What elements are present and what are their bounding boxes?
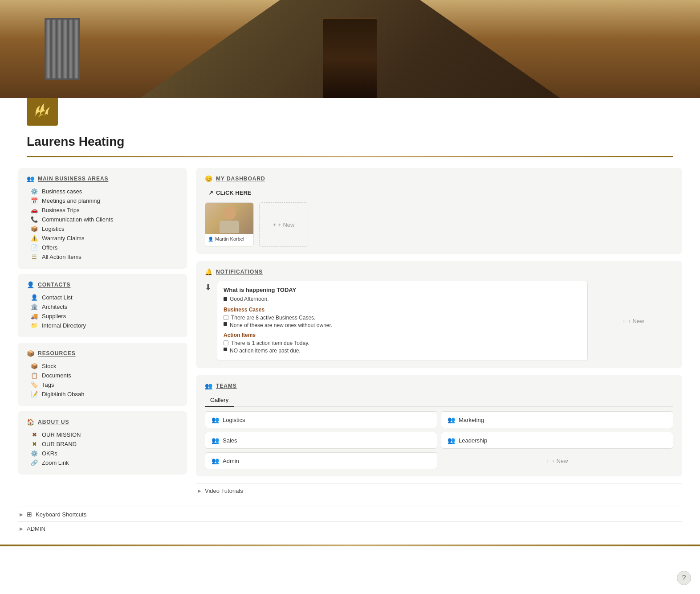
logo-svg bbox=[31, 99, 53, 121]
menu-item-architects[interactable]: 🏛️ Architects bbox=[27, 302, 178, 311]
admin-toggle[interactable]: ▶ ADMIN bbox=[18, 521, 682, 536]
about-us-title: ABOUT US bbox=[38, 419, 69, 425]
teams-tabs: Gallery bbox=[205, 395, 673, 407]
notifications-add-new-button[interactable]: + + New bbox=[593, 281, 673, 361]
menu-item-business-cases[interactable]: ⚙️ Business cases bbox=[27, 187, 178, 196]
keyboard-shortcuts-arrow: ▶ bbox=[20, 512, 23, 517]
logistics-icon: 📦 bbox=[30, 225, 38, 232]
logo-area bbox=[0, 98, 700, 131]
menu-item-logistics[interactable]: 📦 Logistics bbox=[27, 224, 178, 234]
suppliers-label: Suppliers bbox=[42, 313, 66, 320]
add-new-icon: + bbox=[273, 221, 277, 228]
team-sales-icon: 👥 bbox=[212, 437, 219, 444]
about-us-header: 🏠 ABOUT US bbox=[27, 418, 178, 426]
click-here-button[interactable]: ↗ CLiCK HERE bbox=[205, 188, 255, 198]
teams-add-label: + New bbox=[551, 458, 568, 464]
banner-right-wall bbox=[420, 0, 700, 98]
main-business-items: ⚙️ Business cases 📅 Meetings and plannin… bbox=[27, 187, 178, 262]
suppliers-icon: 🚚 bbox=[30, 313, 38, 320]
notifications-download-icon-area: ⬇ bbox=[205, 281, 212, 361]
menu-item-communication[interactable]: 📞 Communication with Clients bbox=[27, 215, 178, 224]
communication-icon: 📞 bbox=[30, 216, 38, 223]
team-admin-icon: 👥 bbox=[212, 457, 219, 464]
menu-item-action-items[interactable]: ☰ All Action Items bbox=[27, 252, 178, 262]
menu-item-suppliers[interactable]: 🚚 Suppliers bbox=[27, 311, 178, 321]
left-panel: 👥 MAIN BUSINESS AREAS ⚙️ Business cases … bbox=[18, 168, 187, 498]
menu-item-offers[interactable]: 📄 Offers bbox=[27, 243, 178, 252]
menu-item-our-mission[interactable]: ✖ OUR MISSION bbox=[27, 430, 178, 439]
tags-label: Tags bbox=[42, 381, 54, 388]
user-card-martin[interactable]: 👤 Martin Korbel bbox=[205, 202, 254, 247]
menu-item-digital-obsah[interactable]: 📝 Digitálnih Obsah bbox=[27, 389, 178, 399]
footer-section: ▶ ⊞ Keyboard Shortcuts ▶ ADMIN bbox=[18, 507, 682, 536]
teams-title: TEAMS bbox=[216, 383, 237, 389]
teams-header: 👥 TEAMS bbox=[205, 382, 673, 389]
team-marketing-icon: 👥 bbox=[448, 416, 455, 423]
video-tutorials-toggle[interactable]: ▶ Video Tutorials bbox=[196, 483, 682, 498]
action-items-item-2-text: NO action items are past due. bbox=[230, 348, 301, 354]
communication-label: Communication with Clients bbox=[42, 216, 113, 223]
teams-section: 👥 TEAMS Gallery 👥 Logistics 👥 Marketing … bbox=[196, 375, 682, 476]
menu-item-stock[interactable]: 📦 Stock bbox=[27, 361, 178, 371]
teams-grid: 👥 Logistics 👥 Marketing 👥 Sales 👥 Leader… bbox=[205, 411, 673, 469]
contacts-title: CONTACTS bbox=[38, 282, 70, 288]
digital-obsah-icon: 📝 bbox=[30, 391, 38, 397]
team-card-logistics[interactable]: 👥 Logistics bbox=[205, 411, 437, 428]
team-card-leadership[interactable]: 👥 Leadership bbox=[441, 432, 673, 449]
team-marketing-label: Marketing bbox=[459, 417, 484, 423]
today-label: What is happening TODAY bbox=[224, 287, 581, 293]
radiator-section bbox=[74, 20, 78, 78]
menu-item-warranty[interactable]: ⚠️ Warranty Claims bbox=[27, 234, 178, 243]
menu-item-zoom-link[interactable]: 🔗 Zoom Link bbox=[27, 458, 178, 467]
tab-gallery[interactable]: Gallery bbox=[205, 395, 234, 407]
internal-directory-icon: 📁 bbox=[30, 322, 38, 329]
banner-radiator bbox=[45, 18, 80, 80]
main-business-section: 👥 MAIN BUSINESS AREAS ⚙️ Business cases … bbox=[18, 168, 187, 269]
teams-add-new-button[interactable]: + + New bbox=[441, 452, 673, 469]
contact-list-label: Contact List bbox=[42, 294, 73, 301]
admin-label: ADMIN bbox=[27, 525, 45, 532]
about-us-items: ✖ OUR MISSION ✖ OUR BRAND ⚙️ OKRs 🔗 Zoom… bbox=[27, 430, 178, 467]
notifications-card: What is happening TODAY Good Afternoon. … bbox=[217, 281, 588, 361]
menu-item-meetings[interactable]: 📅 Meetings and planning bbox=[27, 196, 178, 205]
action-items-item-1: There is 1 action item due Today. bbox=[224, 340, 581, 346]
good-afternoon: Good Afternoon. bbox=[224, 296, 581, 302]
menu-item-contact-list[interactable]: 👤 Contact List bbox=[27, 293, 178, 302]
user-card-name: 👤 Martin Korbel bbox=[205, 234, 253, 244]
contacts-icon: 👤 bbox=[27, 281, 34, 288]
our-brand-label: OUR BRAND bbox=[42, 441, 77, 447]
dashboard-title: MY DASHBOARD bbox=[216, 176, 265, 182]
teams-icon: 👥 bbox=[205, 382, 212, 389]
resources-title: RESOURCES bbox=[38, 350, 76, 356]
user-avatar-icon: 👤 bbox=[208, 237, 213, 242]
contacts-items: 👤 Contact List 🏛️ Architects 🚚 Suppliers… bbox=[27, 293, 178, 330]
business-cases-item-1: There are 8 active Business Cases. bbox=[224, 315, 581, 321]
menu-item-okrs[interactable]: ⚙️ OKRs bbox=[27, 449, 178, 458]
meetings-icon: 📅 bbox=[30, 197, 38, 204]
team-logistics-label: Logistics bbox=[223, 417, 245, 423]
good-afternoon-text: Good Afternoon. bbox=[230, 296, 269, 302]
menu-item-documents[interactable]: ⊞ ⋮ 📋 Documents bbox=[27, 371, 178, 380]
black-square-4 bbox=[224, 348, 227, 351]
page-title: Laurens Heating bbox=[27, 135, 673, 149]
user-gallery: 👤 Martin Korbel + + New bbox=[205, 202, 673, 247]
team-logistics-icon: 👥 bbox=[212, 416, 219, 423]
resources-header: 📦 RESOURCES bbox=[27, 350, 178, 357]
add-new-user-button[interactable]: + + New bbox=[259, 202, 308, 247]
menu-item-tags[interactable]: 🏷️ Tags bbox=[27, 380, 178, 389]
resources-section: 📦 RESOURCES 📦 Stock ⊞ ⋮ 📋 Documents 🏷️ T… bbox=[18, 343, 187, 406]
business-trips-label: Business Trips bbox=[42, 207, 80, 213]
click-here-arrow: ↗ bbox=[208, 189, 213, 196]
menu-item-internal-directory[interactable]: 📁 Internal Directory bbox=[27, 321, 178, 330]
team-card-admin[interactable]: 👥 Admin bbox=[205, 452, 437, 469]
menu-item-business-trips[interactable]: 🚗 Business Trips bbox=[27, 205, 178, 215]
team-card-sales[interactable]: 👥 Sales bbox=[205, 432, 437, 449]
keyboard-shortcuts-toggle[interactable]: ▶ ⊞ Keyboard Shortcuts bbox=[18, 507, 682, 521]
checkbox-1 bbox=[224, 315, 228, 320]
team-card-marketing[interactable]: 👥 Marketing bbox=[441, 411, 673, 428]
video-tutorials-arrow: ▶ bbox=[198, 488, 201, 493]
offers-icon: 📄 bbox=[30, 244, 38, 251]
business-cases-link[interactable]: Business Cases bbox=[224, 307, 581, 313]
action-items-link[interactable]: Action Items bbox=[224, 332, 581, 338]
menu-item-our-brand[interactable]: ✖ OUR BRAND bbox=[27, 439, 178, 449]
